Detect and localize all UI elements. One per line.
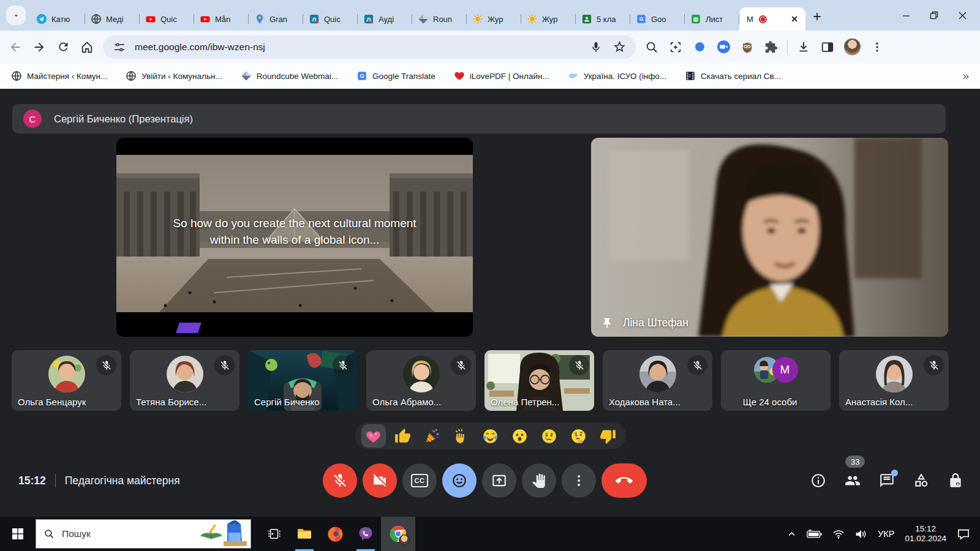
chat-button[interactable]: [878, 472, 895, 489]
viber-icon[interactable]: [350, 517, 381, 551]
raise-hand-button[interactable]: [522, 463, 556, 498]
bookmark-item[interactable]: F Скачать сериал Св...: [685, 70, 781, 81]
activities-button[interactable]: [913, 472, 930, 489]
back-icon[interactable]: [7, 39, 23, 55]
browser-tab[interactable]: Mån: [194, 7, 249, 31]
tab-label: Gran: [270, 15, 298, 24]
file-explorer-icon[interactable]: [289, 517, 320, 551]
roundcube-icon: [418, 13, 429, 24]
host-controls-button[interactable]: [947, 472, 964, 489]
reaction-joy-face[interactable]: [478, 424, 503, 448]
volume-icon[interactable]: [855, 529, 867, 539]
reaction-crying-face[interactable]: [537, 424, 561, 448]
side-panel-icon[interactable]: [820, 39, 835, 55]
camera-off-button[interactable]: [363, 463, 397, 498]
chrome-icon[interactable]: [381, 517, 415, 551]
overflow-participants-tile[interactable]: M Ще 24 особи: [721, 350, 831, 411]
minimize-button[interactable]: [892, 0, 920, 31]
capture-icon[interactable]: [668, 39, 684, 55]
bookmark-item[interactable]: iLovePDF | Онлайн...: [454, 70, 549, 81]
captions-button[interactable]: CC: [402, 463, 437, 498]
participant-tile[interactable]: Сергій Биченко: [248, 350, 358, 411]
camera-extension-icon[interactable]: [715, 39, 731, 55]
owl-extension-icon[interactable]: [739, 39, 755, 55]
browser-tab[interactable]: Жур: [467, 7, 521, 31]
close-window-button[interactable]: [948, 0, 976, 31]
tray-chevron-icon[interactable]: [787, 530, 796, 539]
mic-off-icon: [333, 355, 353, 375]
participant-tile[interactable]: Ольга Бенцарук: [12, 350, 121, 411]
bookmark-item[interactable]: Roundcube Webmai...: [241, 70, 338, 81]
browser-tab[interactable]: Лист: [685, 7, 739, 31]
bookmark-item[interactable]: Увійти ‹ Комунальн...: [126, 70, 222, 81]
tray-clock[interactable]: 15:12 01.02.2024: [905, 524, 946, 544]
blue-dot-extension-icon[interactable]: [692, 39, 707, 55]
reaction-surprised-face[interactable]: [508, 424, 532, 448]
svg-text:F: F: [689, 73, 692, 79]
bookmark-star-icon[interactable]: [611, 39, 627, 55]
reaction-thinking-face[interactable]: [566, 424, 590, 448]
restore-button[interactable]: [920, 0, 948, 31]
mic-off-button[interactable]: [323, 463, 357, 498]
participant-tile[interactable]: Ходакова Ната...: [603, 350, 712, 411]
participant-tile[interactable]: Олена Петрен...: [484, 350, 594, 411]
participants-button[interactable]: 33: [844, 472, 861, 489]
action-center-icon[interactable]: [957, 528, 970, 540]
reaction-thumbs-up[interactable]: [391, 424, 415, 448]
browser-tab[interactable]: Roun: [412, 7, 467, 31]
meeting-details-button[interactable]: [810, 472, 827, 489]
pinned-video-tile[interactable]: Ліна Штефан: [591, 138, 948, 337]
reaction-sparkling-heart[interactable]: [361, 424, 386, 448]
participant-name: Ходакова Ната...: [609, 397, 680, 407]
browser-tab[interactable]: Goo: [630, 7, 685, 31]
browser-tab[interactable]: Л Quic: [303, 7, 358, 31]
reaction-party-popper[interactable]: [420, 424, 444, 448]
language-indicator[interactable]: УКР: [878, 529, 894, 539]
bookmarks-overflow-chevron[interactable]: »: [962, 69, 969, 83]
task-view-button[interactable]: [260, 517, 289, 551]
bookmark-item[interactable]: Україна. ІСУО (інфо...: [568, 70, 666, 81]
browser-tab[interactable]: Quic: [140, 7, 194, 31]
reactions-button[interactable]: [442, 463, 477, 498]
tab-search-button[interactable]: [6, 6, 26, 25]
present-screen-button[interactable]: [482, 463, 516, 498]
reaction-thumbs-down[interactable]: [595, 424, 620, 448]
reaction-clapping-hands[interactable]: [449, 424, 473, 448]
browser-tab[interactable]: 5 кла: [576, 7, 630, 31]
address-bar[interactable]: meet.google.com/ibw-wzen-nsj: [103, 36, 636, 59]
profile-avatar[interactable]: [843, 38, 861, 56]
forward-icon[interactable]: [31, 39, 47, 55]
firefox-icon[interactable]: [320, 517, 350, 551]
participant-tile[interactable]: Анастасія Кол...: [839, 350, 949, 411]
browser-tab[interactable]: Катю: [31, 7, 85, 31]
battery-icon[interactable]: [807, 529, 822, 539]
meeting-time: 15:12: [18, 474, 46, 487]
home-icon[interactable]: [79, 39, 95, 55]
more-options-button[interactable]: [562, 463, 596, 498]
browser-tab[interactable]: Л Ауді: [358, 7, 412, 31]
voice-search-icon[interactable]: [588, 39, 604, 55]
browser-menu-icon[interactable]: [869, 39, 885, 55]
bookmark-item[interactable]: Google Translate: [356, 70, 435, 81]
reload-icon[interactable]: [55, 39, 71, 55]
start-button[interactable]: [0, 517, 36, 551]
extensions-puzzle-icon[interactable]: [763, 39, 779, 55]
presentation-tile[interactable]: So how do you create the next cultural m…: [116, 138, 473, 337]
participant-tile[interactable]: Тетяна Борисе...: [130, 350, 239, 411]
browser-tab-active[interactable]: M ✕: [739, 7, 805, 31]
browser-tab[interactable]: Меді: [85, 7, 140, 31]
pinned-participant-name: Ліна Штефан: [623, 317, 688, 329]
search-icon[interactable]: [644, 39, 660, 55]
end-call-button[interactable]: [601, 463, 647, 498]
wifi-icon[interactable]: [832, 529, 845, 539]
participant-tile[interactable]: Ольга Абрамо...: [366, 350, 476, 411]
browser-tab[interactable]: Gran: [249, 7, 303, 31]
bookmark-item[interactable]: Майстерня ‹ Комун...: [11, 70, 107, 81]
browser-tab[interactable]: Жур: [521, 7, 576, 31]
downloads-icon[interactable]: [796, 39, 812, 55]
new-tab-button[interactable]: +: [813, 8, 821, 25]
site-info-icon[interactable]: [111, 39, 127, 55]
tab-label: Goo: [651, 15, 679, 24]
tab-close-icon[interactable]: ✕: [791, 14, 798, 24]
taskbar-search-box[interactable]: Пошук: [36, 519, 251, 549]
